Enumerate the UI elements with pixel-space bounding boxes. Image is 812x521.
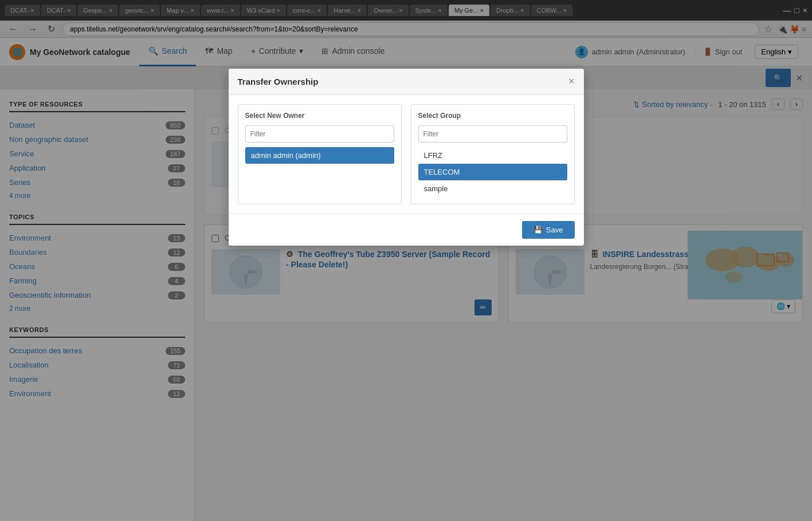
group-list-item-lfrz[interactable]: LFRZ <box>418 147 567 164</box>
modal-save-button[interactable]: 💾 Save <box>522 221 575 239</box>
modal-close-button[interactable]: × <box>568 76 575 88</box>
modal-body: Select New Owner admin admin (admin) Sel… <box>229 95 584 214</box>
group-panel-title: Select Group <box>418 112 567 120</box>
group-filter-input[interactable] <box>418 125 567 143</box>
transfer-ownership-modal: Transfer Ownership × Select New Owner ad… <box>229 69 584 246</box>
modal-title: Transfer Ownership <box>238 77 319 86</box>
owner-list-item-admin[interactable]: admin admin (admin) <box>245 147 394 164</box>
modal-overlay: Transfer Ownership × Select New Owner ad… <box>0 0 812 521</box>
save-label: Save <box>546 226 563 234</box>
owner-filter-input[interactable] <box>245 125 394 143</box>
group-list-item-telecom[interactable]: TELECOM <box>418 164 567 180</box>
modal-owner-panel: Select New Owner admin admin (admin) <box>238 104 402 204</box>
modal-header: Transfer Ownership × <box>229 69 584 95</box>
modal-columns: Select New Owner admin admin (admin) Sel… <box>238 104 575 204</box>
save-disk-icon: 💾 <box>534 226 543 234</box>
group-list-item-sample[interactable]: sample <box>418 180 567 197</box>
owner-panel-title: Select New Owner <box>245 112 394 120</box>
modal-footer: 💾 Save <box>229 214 584 246</box>
modal-group-panel: Select Group LFRZ TELECOM sample <box>411 104 575 204</box>
